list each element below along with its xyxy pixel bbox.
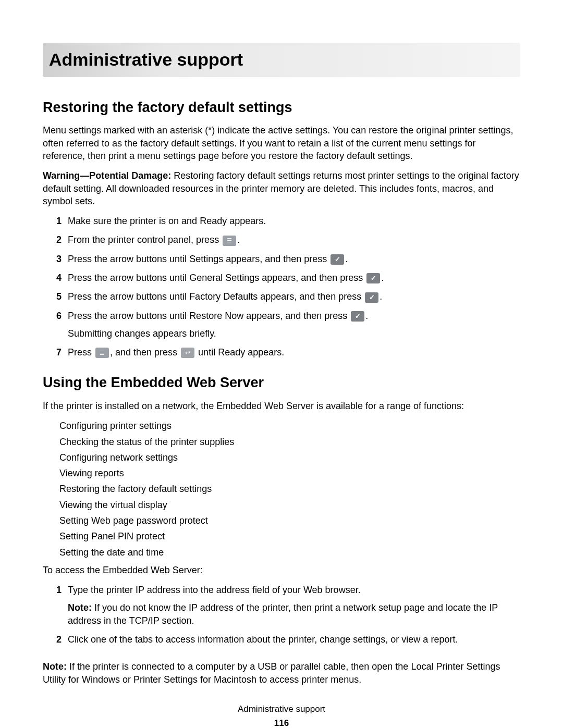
list-item: Setting Web page password protect xyxy=(59,514,520,527)
step-mid: appears, and then press xyxy=(259,273,365,283)
step-text: Press the arrow buttons until xyxy=(68,311,189,321)
step-number: 5 xyxy=(54,290,62,303)
check-button-icon xyxy=(365,292,378,303)
final-note: Note: If the printer is connected to a c… xyxy=(43,660,520,686)
check-button-icon xyxy=(366,273,380,283)
step-number: 4 xyxy=(54,272,62,284)
step-text: Press the arrow buttons until xyxy=(68,254,189,264)
step-number: 3 xyxy=(54,253,62,265)
step-number: 1 xyxy=(54,584,62,596)
step-mid: , and then press xyxy=(110,347,180,357)
list-item: Restoring the factory default settings xyxy=(59,483,520,495)
restore-steps: 1 Make sure the printer is on and Ready … xyxy=(43,215,520,359)
menu-button-icon xyxy=(95,348,109,358)
ui-term-submitting: Submitting changes xyxy=(68,328,150,339)
intro-paragraph: Menu settings marked with an asterisk (*… xyxy=(43,124,520,162)
step-mid: appears, and then press xyxy=(243,311,350,321)
ui-term-settings: Settings xyxy=(189,254,223,264)
list-item: Configuring network settings xyxy=(59,451,520,464)
list-item: Setting Panel PIN protect xyxy=(59,530,520,542)
step-2: 2 From the printer control panel, press … xyxy=(54,233,520,246)
page-footer: Administrative support 116 xyxy=(43,704,520,728)
ews-step-2: 2 Click one of the tabs to access inform… xyxy=(54,633,520,646)
step-text-tail: appears. xyxy=(245,347,284,357)
step-number: 2 xyxy=(54,233,62,246)
ews-steps: 1 Type the printer IP address into the a… xyxy=(43,584,520,646)
list-item: Setting the date and time xyxy=(59,546,520,559)
list-item: Viewing reports xyxy=(59,467,520,479)
step-5: 5 Press the arrow buttons until Factory … xyxy=(54,290,520,303)
note-body: If you do not know the IP address of the… xyxy=(68,602,498,625)
sub-tail: appears briefly. xyxy=(150,328,216,339)
warning-label: Warning—Potential Damage: xyxy=(43,170,171,181)
step-body: Click one of the tabs to access informat… xyxy=(68,634,458,645)
list-item: Configuring printer settings xyxy=(59,419,520,432)
check-button-icon xyxy=(331,254,344,265)
step-text-tail: . xyxy=(345,254,348,264)
step-7: 7 Press , and then press until Ready app… xyxy=(54,346,520,359)
step-text-tail: . xyxy=(381,273,384,283)
list-item: Checking the status of the printer suppl… xyxy=(59,436,520,448)
section-heading-ews: Using the Embedded Web Server xyxy=(43,373,520,392)
back-button-icon xyxy=(181,348,194,358)
step-4: 4 Press the arrow buttons until General … xyxy=(54,272,520,284)
note-body: If the printer is connected to a compute… xyxy=(43,661,500,684)
step-text-tail: appears. xyxy=(227,216,266,226)
footer-title: Administrative support xyxy=(43,704,520,715)
ui-term-general-settings: General Settings xyxy=(189,273,259,283)
step-text-tail: . xyxy=(237,235,240,245)
step-number: 6 xyxy=(54,310,62,322)
ews-functions-list: Configuring printer settings Checking th… xyxy=(43,419,520,559)
step-text-tail: . xyxy=(380,291,382,302)
step-mid: appears, and then press xyxy=(223,254,329,264)
step-text: From the printer control panel, press xyxy=(68,235,222,245)
note-label: Note: xyxy=(68,602,92,613)
note-label: Note: xyxy=(43,661,67,672)
step-text-tail: . xyxy=(365,311,368,321)
page-title: Administrative support xyxy=(49,48,514,72)
ews-access-line: To access the Embedded Web Server: xyxy=(43,564,520,576)
ui-term-restore-now: Restore Now xyxy=(189,311,243,321)
page-title-bar: Administrative support xyxy=(43,43,520,77)
step-number: 2 xyxy=(54,633,62,646)
step-number: 7 xyxy=(54,346,62,359)
list-item: Viewing the virtual display xyxy=(59,499,520,511)
step-3: 3 Press the arrow buttons until Settings… xyxy=(54,253,520,265)
ui-term-ready: Ready xyxy=(200,216,227,226)
step-mid: appears, and then press xyxy=(258,291,364,302)
check-button-icon xyxy=(351,311,364,322)
ews-step-1: 1 Type the printer IP address into the a… xyxy=(54,584,520,627)
step-6: 6 Press the arrow buttons until Restore … xyxy=(54,310,520,340)
section-heading-restore: Restoring the factory default settings xyxy=(43,98,520,117)
step-number: 1 xyxy=(54,215,62,227)
warning-paragraph: Warning—Potential Damage: Restoring fact… xyxy=(43,169,520,207)
intro-term: factory default settings xyxy=(140,138,234,149)
step-text: Press xyxy=(68,347,94,357)
ui-term-factory-defaults: Factory Defaults xyxy=(189,291,258,302)
step-text: Make sure the printer is on and xyxy=(68,216,200,226)
step-text: Press the arrow buttons until xyxy=(68,273,189,283)
step-body: Type the printer IP address into the add… xyxy=(68,585,361,595)
step-1: 1 Make sure the printer is on and Ready … xyxy=(54,215,520,227)
menu-button-icon xyxy=(223,236,236,246)
page-number: 116 xyxy=(43,718,520,728)
step-post: until xyxy=(195,347,218,357)
ui-term-ready: Ready xyxy=(218,347,245,357)
ews-intro: If the printer is installed on a network… xyxy=(43,400,520,412)
step-text: Press the arrow buttons until xyxy=(68,291,189,302)
